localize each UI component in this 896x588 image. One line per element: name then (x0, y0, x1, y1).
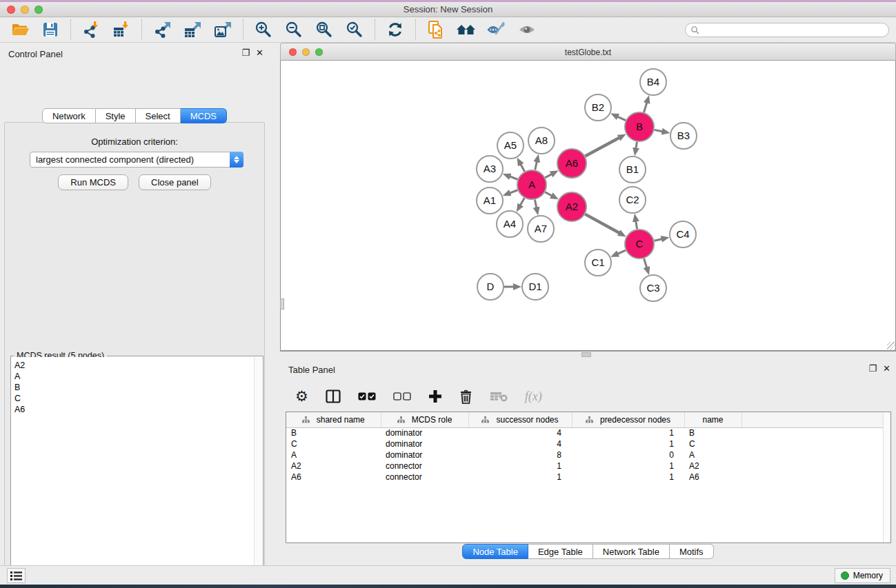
horizontal-split-divider[interactable] (280, 351, 896, 358)
graph-edge-C-C4[interactable] (654, 239, 661, 241)
zoom-out-icon[interactable] (283, 19, 304, 40)
graph-node-B4[interactable]: B4 (640, 69, 666, 95)
table-row[interactable]: A6connector11A6 (286, 472, 884, 483)
close-table-panel-icon[interactable]: ✕ (883, 364, 890, 374)
column-header-successor-nodes[interactable]: successor nodes (468, 412, 572, 427)
tab-edge-table[interactable]: Edge Table (528, 544, 593, 559)
graph-edge-A-A3[interactable] (510, 176, 517, 179)
graph-edge-A-A1[interactable] (510, 190, 517, 193)
zoom-in-icon[interactable] (253, 19, 274, 40)
delete-table-icon[interactable] (490, 391, 508, 402)
mcds-list-scrollbar[interactable] (254, 357, 262, 588)
zoom-selected-icon[interactable] (344, 19, 365, 40)
criterion-dropdown[interactable]: largest connected component (directed) (30, 152, 243, 168)
graph-node-C4[interactable]: C4 (670, 221, 696, 247)
delete-column-trash-icon[interactable] (459, 389, 472, 404)
select-all-checkboxes-icon[interactable] (358, 392, 376, 401)
graph-node-A7[interactable]: A7 (528, 216, 554, 242)
import-network-icon[interactable] (81, 19, 101, 40)
column-header-shared-name[interactable]: shared name (286, 412, 381, 427)
graph-node-C1[interactable]: C1 (585, 250, 611, 276)
table-row[interactable]: Adominator80A (286, 449, 884, 460)
network-window-titlebar[interactable]: testGlobe.txt (280, 43, 896, 61)
graph-edge-C-C3[interactable] (644, 258, 647, 267)
graph-node-C3[interactable]: C3 (640, 275, 666, 301)
split-divider-grip[interactable] (581, 352, 591, 357)
graph-node-D1[interactable]: D1 (522, 274, 548, 300)
mcds-result-list[interactable]: A2ABCA6 (12, 357, 254, 588)
table-row[interactable]: A2connector11A2 (286, 460, 884, 472)
graph-edge-C-C2[interactable] (636, 221, 637, 230)
float-panel-icon[interactable]: ❐ (241, 48, 250, 58)
show-all-icon[interactable] (517, 19, 537, 40)
refresh-icon[interactable] (385, 19, 406, 40)
run-mcds-button[interactable]: Run MCDS (58, 174, 128, 190)
graph-node-A[interactable]: A (517, 170, 546, 199)
mcds-result-item[interactable]: A2 (14, 360, 254, 371)
tab-node-table[interactable]: Node Table (462, 544, 528, 559)
search-input[interactable] (699, 24, 888, 36)
graph-edge-A-A5[interactable] (521, 164, 525, 171)
graph-edge-B-B2[interactable] (617, 116, 626, 121)
first-neighbors-icon[interactable] (456, 19, 477, 40)
graph-node-C2[interactable]: C2 (619, 187, 646, 213)
network-graph[interactable]: B4B2BB3A8A5A6A3B1AC2A1A2A4A7C4CC1DD1C3 (281, 61, 895, 349)
graph-edge-A2-C[interactable] (585, 214, 619, 233)
graph-node-A4[interactable]: A4 (497, 211, 523, 237)
tab-style[interactable]: Style (96, 108, 136, 123)
close-panel-icon[interactable]: ✕ (256, 48, 263, 58)
graph-node-B2[interactable]: B2 (585, 94, 611, 121)
export-network-icon[interactable] (152, 19, 172, 40)
canvas-left-grip[interactable] (280, 298, 284, 310)
new-network-from-selection-icon[interactable] (426, 19, 446, 40)
table-settings-gear-icon[interactable]: ⚙ (295, 389, 308, 404)
memory-button[interactable]: Memory (835, 568, 890, 583)
save-session-icon[interactable] (40, 19, 61, 40)
graph-node-A6[interactable]: A6 (557, 149, 586, 178)
graph-node-C[interactable]: C (625, 230, 654, 258)
column-header-MCDS-role[interactable]: MCDS role (381, 412, 468, 427)
graph-edge-B-B4[interactable] (644, 103, 646, 112)
tab-network-table[interactable]: Network Table (593, 544, 670, 559)
graph-node-A2[interactable]: A2 (557, 192, 586, 221)
mcds-result-item[interactable]: A6 (14, 404, 254, 415)
mcds-result-item[interactable]: B (14, 382, 254, 393)
graph-node-A3[interactable]: A3 (477, 156, 503, 182)
tab-network[interactable]: Network (42, 108, 96, 123)
graph-edge-A-A2[interactable] (545, 192, 552, 196)
mcds-result-item[interactable]: C (14, 393, 254, 404)
zoom-fit-icon[interactable] (314, 19, 335, 40)
column-layout-icon[interactable] (326, 389, 341, 403)
mcds-result-item[interactable]: A (14, 371, 254, 382)
graph-edge-A-A6[interactable] (545, 174, 551, 178)
tab-select[interactable]: Select (136, 108, 181, 123)
graph-edge-A-A8[interactable] (535, 161, 537, 170)
export-table-icon[interactable] (182, 19, 203, 40)
search-field[interactable] (685, 23, 889, 37)
hide-selected-icon[interactable] (486, 19, 507, 40)
canvas-resize-corner[interactable] (887, 342, 895, 350)
export-image-icon[interactable] (212, 19, 233, 40)
graph-node-B[interactable]: B (625, 112, 654, 141)
import-table-icon[interactable] (111, 19, 132, 40)
open-file-icon[interactable] (10, 19, 30, 40)
table-row[interactable]: Cdominator41C (286, 438, 884, 449)
float-table-panel-icon[interactable]: ❐ (868, 364, 877, 374)
graph-edge-A6-B[interactable] (585, 138, 619, 156)
graph-edge-A-A4[interactable] (520, 198, 524, 205)
graph-node-D[interactable]: D (477, 274, 504, 300)
task-history-button[interactable] (7, 568, 26, 583)
graph-node-A5[interactable]: A5 (497, 132, 524, 159)
network-canvas[interactable]: B4B2BB3A8A5A6A3B1AC2A1A2A4A7C4CC1DD1C3 (280, 61, 896, 351)
graph-node-B3[interactable]: B3 (670, 123, 697, 149)
graph-node-A1[interactable]: A1 (477, 187, 503, 214)
column-header-name[interactable]: name (684, 412, 741, 427)
close-panel-button[interactable]: Close panel (139, 174, 211, 190)
table-row[interactable]: Bdominator41B (286, 427, 884, 438)
deselect-all-checkboxes-icon[interactable] (393, 392, 411, 401)
graph-edge-A-A7[interactable] (535, 200, 536, 208)
graph-edge-B-B3[interactable] (655, 130, 663, 131)
function-builder-icon[interactable]: f(x) (525, 389, 542, 404)
column-header-predecessor-nodes[interactable]: predecessor nodes (572, 412, 684, 427)
add-column-icon[interactable] (428, 389, 442, 403)
